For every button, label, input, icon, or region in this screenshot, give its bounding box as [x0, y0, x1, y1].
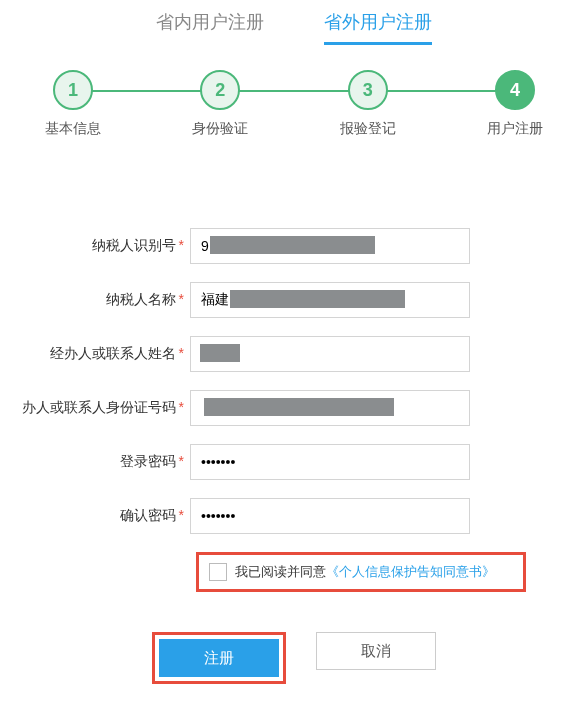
redaction-block [230, 290, 405, 308]
required-mark: * [179, 507, 184, 523]
label-login-pwd: 登录密码* [20, 453, 190, 471]
row-contact-name: 经办人或联系人姓名* [20, 336, 568, 372]
registration-form: 纳税人识别号* 纳税人名称* 经办人或联系人姓名* 办人或联系人身份证号码* 登… [0, 228, 588, 684]
step-circle-1: 1 [53, 70, 93, 110]
row-taxpayer-id: 纳税人识别号* [20, 228, 568, 264]
row-login-pwd: 登录密码* [20, 444, 568, 480]
tab-in-province[interactable]: 省内用户注册 [156, 10, 264, 45]
redaction-block [210, 236, 375, 254]
row-taxpayer-name: 纳税人名称* [20, 282, 568, 318]
submit-button[interactable]: 注册 [159, 639, 279, 677]
step-label-3: 报验登记 [340, 120, 396, 138]
redaction-block [204, 398, 394, 416]
consent-container: 我已阅读并同意《个人信息保护告知同意书》 [196, 552, 526, 592]
redaction-block [200, 344, 240, 362]
label-contact-id: 办人或联系人身份证号码* [20, 399, 190, 417]
label-confirm-pwd: 确认密码* [20, 507, 190, 525]
label-taxpayer-id: 纳税人识别号* [20, 237, 190, 255]
step-report-reg: 3 报验登记 [340, 70, 396, 138]
button-row: 注册 取消 [20, 632, 568, 684]
step-label-1: 基本信息 [45, 120, 101, 138]
required-mark: * [179, 453, 184, 469]
step-circle-4: 4 [495, 70, 535, 110]
login-password-input[interactable] [190, 444, 470, 480]
tab-out-province[interactable]: 省外用户注册 [324, 10, 432, 45]
confirm-password-input[interactable] [190, 498, 470, 534]
consent-checkbox[interactable] [209, 563, 227, 581]
required-mark: * [179, 291, 184, 307]
step-circle-2: 2 [200, 70, 240, 110]
step-user-reg: 4 用户注册 [487, 70, 543, 138]
required-mark: * [179, 237, 184, 253]
step-basic-info: 1 基本信息 [45, 70, 101, 138]
submit-highlight: 注册 [152, 632, 286, 684]
consent-text: 我已阅读并同意《个人信息保护告知同意书》 [235, 563, 495, 581]
cancel-button[interactable]: 取消 [316, 632, 436, 670]
required-mark: * [179, 345, 184, 361]
step-label-4: 用户注册 [487, 120, 543, 138]
consent-link[interactable]: 《个人信息保护告知同意书》 [326, 564, 495, 579]
required-mark: * [179, 399, 184, 415]
step-indicator: 1 基本信息 2 身份验证 3 报验登记 4 用户注册 [0, 45, 588, 138]
row-contact-id: 办人或联系人身份证号码* [20, 390, 568, 426]
step-label-2: 身份验证 [192, 120, 248, 138]
label-taxpayer-name: 纳税人名称* [20, 291, 190, 309]
registration-tabs: 省内用户注册 省外用户注册 [0, 0, 588, 45]
step-connector-line [85, 90, 503, 92]
step-identity: 2 身份验证 [192, 70, 248, 138]
step-circle-3: 3 [348, 70, 388, 110]
row-confirm-pwd: 确认密码* [20, 498, 568, 534]
label-contact-name: 经办人或联系人姓名* [20, 345, 190, 363]
